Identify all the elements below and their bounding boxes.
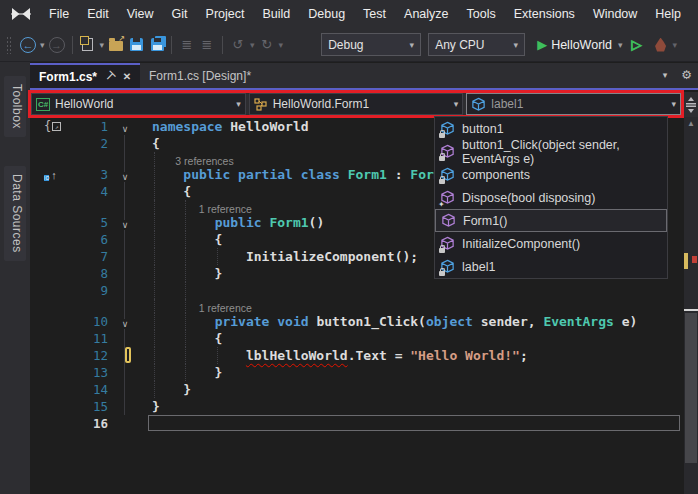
line-number: 15 xyxy=(66,398,108,415)
navigate-forward-button[interactable]: → xyxy=(47,33,67,57)
dropdown-item[interactable]: label1 xyxy=(435,255,667,278)
menu-item-analyze[interactable]: Analyze xyxy=(395,2,457,26)
code-line-13[interactable]: 13 } xyxy=(30,364,684,381)
glyph-margin xyxy=(30,265,66,282)
scrollbar-up-arrow-icon[interactable]: ▲ xyxy=(684,119,698,128)
fold-chevron-icon[interactable]: ∨ xyxy=(120,319,131,329)
code-line-10[interactable]: 10∨ private void button1_Click(object se… xyxy=(30,313,684,330)
navigate-back-button[interactable]: ← xyxy=(18,33,38,57)
hot-reload-button[interactable] xyxy=(651,33,671,57)
glyph-margin xyxy=(30,398,66,415)
solution-platform-combo[interactable]: Any CPU▾ xyxy=(428,33,525,56)
scrollbar-caret-marker xyxy=(684,309,698,311)
dropdown-item-label: Form1() xyxy=(463,214,507,228)
dropdown-item[interactable]: InitializeComponent() xyxy=(435,232,667,255)
menu-item-file[interactable]: File xyxy=(40,2,78,26)
dropdown-item[interactable]: ✦Dispose(bool disposing) xyxy=(435,186,667,209)
fold-chevron-icon[interactable]: ∨ xyxy=(120,220,131,230)
menu-item-tools[interactable]: Tools xyxy=(458,2,505,26)
code-text[interactable] xyxy=(142,282,684,299)
fold-chevron-icon[interactable]: ∨ xyxy=(120,124,131,134)
code-line[interactable]: 1 reference xyxy=(30,299,684,313)
field-icon xyxy=(440,167,456,183)
indent-icon[interactable]: ≣ xyxy=(197,33,217,57)
tab-form1-cs-[interactable]: Form1.cs*⊤✕ xyxy=(30,63,140,88)
menu-item-edit[interactable]: Edit xyxy=(78,2,118,26)
menu-item-project[interactable]: Project xyxy=(197,2,254,26)
start-debugging-button[interactable]: ▶ HelloWorld ▾ xyxy=(535,33,626,57)
namespace-hint-icon[interactable]: {↗ xyxy=(44,119,61,133)
menu-item-view[interactable]: View xyxy=(118,2,163,26)
dropdown-item[interactable]: button1_Click(object sender, EventArgs e… xyxy=(435,140,667,163)
menu-item-git[interactable]: Git xyxy=(163,2,197,26)
dropdown-item[interactable]: Form1() xyxy=(435,209,667,232)
code-text[interactable]: } xyxy=(142,398,684,415)
fold-chevron-icon[interactable]: ∨ xyxy=(120,172,131,182)
code-segment: EventArgs xyxy=(543,314,613,329)
new-project-dropdown-icon[interactable]: ▾ xyxy=(98,40,107,50)
solution-configuration-combo[interactable]: Debug▾ xyxy=(321,33,421,56)
code-line-11[interactable]: 11 { xyxy=(30,330,684,347)
code-line-16[interactable]: 16 xyxy=(30,415,684,432)
fold-column xyxy=(108,364,142,381)
glyph-margin xyxy=(30,299,66,313)
project-dropdown[interactable]: C# HelloWorld▾ xyxy=(31,93,246,115)
indent-guide xyxy=(185,313,186,330)
save-all-button[interactable] xyxy=(146,33,166,57)
member-dropdown-combo[interactable]: label1▾ xyxy=(466,93,681,115)
indent-guide xyxy=(217,248,218,265)
toolbar-grip[interactable] xyxy=(6,36,12,54)
code-line-9[interactable]: 9 xyxy=(30,282,684,299)
redo-dropdown-icon[interactable]: ▾ xyxy=(277,40,286,50)
menu-item-build[interactable]: Build xyxy=(253,2,299,26)
menu-item-extensions[interactable]: Extensions xyxy=(505,2,584,26)
active-files-dropdown-icon[interactable]: ▾ xyxy=(663,70,668,80)
code-text[interactable]: } xyxy=(142,364,684,381)
save-button[interactable] xyxy=(126,33,146,57)
code-line-12[interactable]: 12 lblHelloWorld.Text = "Hello World!"; xyxy=(30,347,684,364)
menu-item-test[interactable]: Test xyxy=(354,2,395,26)
new-project-button[interactable] xyxy=(78,33,98,57)
csharp-project-icon: C# xyxy=(36,98,50,111)
method-icon xyxy=(440,236,456,252)
start-without-debugging-button[interactable]: ▷ xyxy=(627,33,647,57)
type-dropdown[interactable]: HelloWorld.Form1▾ xyxy=(249,93,464,115)
undo-button[interactable]: ↺ xyxy=(228,33,248,57)
navigate-back-dropdown-icon[interactable]: ▾ xyxy=(38,40,47,50)
code-segment: { xyxy=(152,136,160,151)
indent-guide xyxy=(185,200,186,214)
code-segment: private void xyxy=(215,314,317,329)
code-text[interactable]: 1 reference xyxy=(142,299,684,313)
split-editor-button[interactable] xyxy=(684,92,698,118)
code-line-14[interactable]: 14 } xyxy=(30,381,684,398)
indent-guide xyxy=(154,313,155,330)
editor-vertical-scrollbar[interactable]: ▲ xyxy=(684,117,698,494)
menu-item-debug[interactable]: Debug xyxy=(299,2,354,26)
hot-reload-dropdown-icon[interactable]: ▾ xyxy=(671,40,680,50)
code-segment: sender, xyxy=(473,314,543,329)
menu-item-help[interactable]: Help xyxy=(646,2,690,26)
designer-inheritance-icon[interactable]: IO↑ xyxy=(44,166,57,184)
unindent-icon[interactable]: ≣ xyxy=(177,33,197,57)
indent-guide xyxy=(185,330,186,347)
dropdown-item[interactable]: components xyxy=(435,163,667,186)
document-options-gear-icon[interactable]: ⚙ xyxy=(681,68,692,82)
scrollbar-thumb[interactable] xyxy=(685,313,697,463)
code-text[interactable]: } xyxy=(142,381,684,398)
line-number: 9 xyxy=(66,282,108,299)
open-file-button[interactable] xyxy=(106,33,126,57)
sidebar-tab-data-sources[interactable]: Data Sources xyxy=(4,166,26,261)
sidebar-tab-toolbox[interactable]: Toolbox xyxy=(4,76,26,137)
code-text[interactable]: private void button1_Click(object sender… xyxy=(142,313,684,330)
code-line-15[interactable]: 15} xyxy=(30,398,684,415)
code-text[interactable]: { xyxy=(142,330,684,347)
close-icon[interactable]: ✕ xyxy=(123,71,131,82)
pin-icon[interactable]: ⊤ xyxy=(105,70,115,83)
menu-item-window[interactable]: Window xyxy=(584,2,646,26)
code-text[interactable]: lblHelloWorld.Text = "Hello World!"; xyxy=(142,347,684,364)
undo-dropdown-icon[interactable]: ▾ xyxy=(248,40,257,50)
tab-form1-cs-design-[interactable]: Form1.cs [Design]* xyxy=(140,63,260,88)
redo-button[interactable]: ↻ xyxy=(257,33,277,57)
code-text[interactable] xyxy=(142,415,684,432)
field-icon xyxy=(471,97,486,112)
